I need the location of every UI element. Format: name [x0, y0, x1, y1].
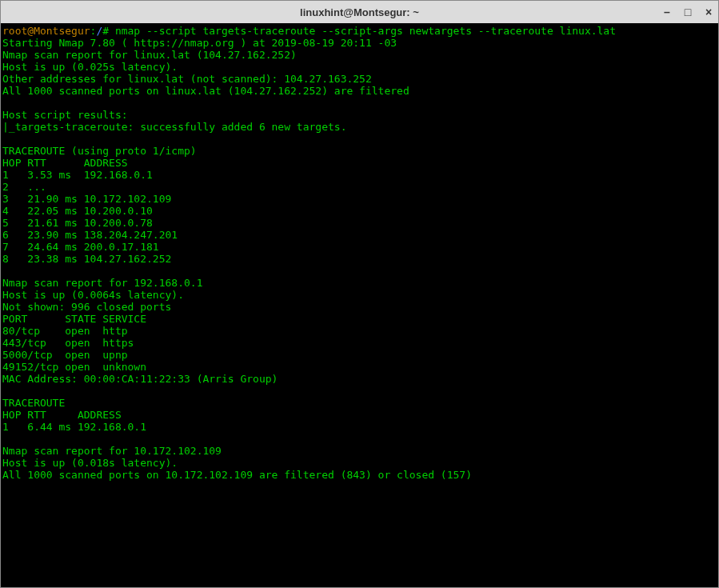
maximize-button[interactable]: □ — [683, 7, 693, 17]
output-line: 49152/tcp open unknown — [2, 361, 146, 373]
output-line: 1 3.53 ms 192.168.0.1 — [2, 169, 153, 181]
output-line: 443/tcp open https — [2, 337, 134, 349]
output-line: Nmap scan report for 10.172.102.109 — [2, 445, 222, 457]
output-line: 80/tcp open http — [2, 325, 128, 337]
output-line: 5000/tcp open upnp — [2, 349, 128, 361]
output-line: MAC Address: 00:00:CA:11:22:33 (Arris Gr… — [2, 373, 278, 385]
output-line: PORT STATE SERVICE — [2, 313, 146, 325]
output-line: 6 23.90 ms 138.204.247.201 — [2, 229, 178, 241]
prompt-user: root@Montsegur — [2, 25, 90, 37]
output-line: Host is up (0.025s latency). — [2, 61, 178, 73]
command-text: nmap --script targets-traceroute --scrip… — [115, 25, 616, 37]
output-line: HOP RTT ADDRESS — [2, 157, 128, 169]
output-line: 8 23.38 ms 104.27.162.252 — [2, 253, 171, 265]
minimize-button[interactable]: – — [662, 7, 672, 17]
output-line: Other addresses for linux.lat (not scann… — [2, 73, 372, 85]
output-line: TRACEROUTE (using proto 1/icmp) — [2, 145, 197, 157]
output-line: Host is up (0.0064s latency). — [2, 289, 184, 301]
output-line: Nmap scan report for 192.168.0.1 — [2, 277, 202, 289]
output-line: 3 21.90 ms 10.172.102.109 — [2, 193, 171, 205]
output-line: 2 ... — [2, 181, 46, 193]
output-line: Not shown: 996 closed ports — [2, 301, 171, 313]
output-line: HOP RTT ADDRESS — [2, 409, 122, 421]
output-line: |_targets-traceroute: successfully added… — [2, 121, 346, 133]
output-line: 5 21.61 ms 10.200.0.78 — [2, 217, 153, 229]
prompt-symbol: # — [102, 25, 109, 37]
output-line: Nmap scan report for linux.lat (104.27.1… — [2, 49, 297, 61]
terminal-window: linuxhint@Montsegur: ~ – □ × root@Montse… — [0, 0, 719, 588]
window-title: linuxhint@Montsegur: ~ — [300, 6, 419, 18]
terminal-body[interactable]: root@Montsegur:/# nmap --script targets-… — [1, 23, 718, 587]
titlebar[interactable]: linuxhint@Montsegur: ~ – □ × — [1, 1, 718, 23]
close-button[interactable]: × — [704, 7, 713, 17]
output-line: 4 22.05 ms 10.200.0.10 — [2, 205, 153, 217]
output-line: Starting Nmap 7.80 ( https://nmap.org ) … — [2, 37, 397, 49]
output-line: 7 24.64 ms 200.0.17.181 — [2, 241, 159, 253]
output-line: All 1000 scanned ports on 10.172.102.109… — [2, 469, 472, 481]
output-line: TRACEROUTE — [2, 397, 65, 409]
window-controls: – □ × — [662, 7, 713, 17]
output-line: 1 6.44 ms 192.168.0.1 — [2, 421, 146, 433]
output-line: Host script results: — [2, 109, 128, 121]
output-line: All 1000 scanned ports on linux.lat (104… — [2, 85, 409, 97]
output-line: Host is up (0.018s latency). — [2, 457, 178, 469]
